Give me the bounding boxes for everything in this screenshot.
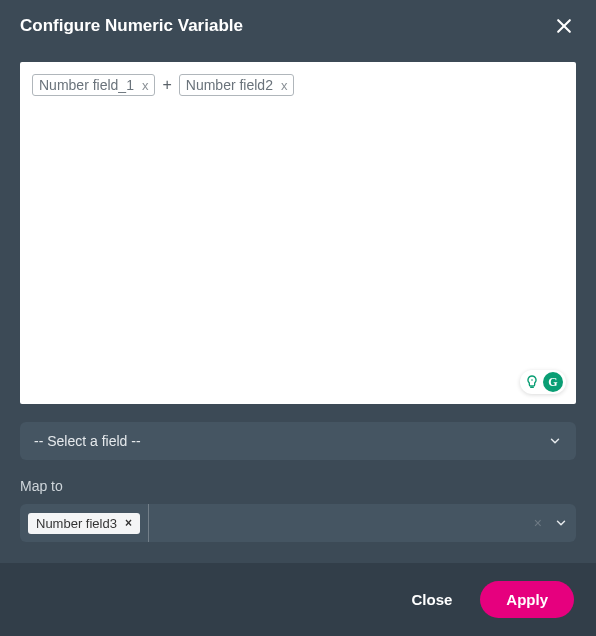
svg-point-2 [531, 379, 533, 381]
map-to-clear-icon[interactable]: × [530, 515, 546, 531]
token-label: Number field2 [186, 77, 273, 93]
modal-footer: Close Apply [0, 563, 596, 636]
field-select[interactable]: -- Select a field -- [20, 422, 576, 460]
map-to-label: Map to [20, 478, 576, 494]
modal-header: Configure Numeric Variable [0, 0, 596, 52]
bulb-icon [523, 373, 541, 391]
token-label: Number field_1 [39, 77, 134, 93]
modal-title: Configure Numeric Variable [20, 16, 243, 36]
close-button[interactable]: Close [401, 583, 462, 616]
chip-remove-icon[interactable]: × [125, 516, 132, 530]
apply-button[interactable]: Apply [480, 581, 574, 618]
configure-numeric-variable-modal: Configure Numeric Variable Number field_… [0, 0, 596, 636]
map-to-input[interactable] [148, 504, 522, 542]
token-remove-icon[interactable]: x [281, 79, 288, 92]
expression-tokens: Number field_1 x + Number field2 x [32, 74, 564, 96]
expression-token[interactable]: Number field2 x [179, 74, 295, 96]
chevron-down-icon [548, 434, 562, 448]
expression-operator: + [161, 76, 172, 94]
chip-label: Number field3 [36, 516, 117, 531]
modal-body: Number field_1 x + Number field2 x [0, 52, 596, 563]
expression-token[interactable]: Number field_1 x [32, 74, 155, 96]
expression-editor[interactable]: Number field_1 x + Number field2 x [20, 62, 576, 404]
field-select-placeholder: -- Select a field -- [34, 433, 141, 449]
map-to-field[interactable]: Number field3 × × [20, 504, 576, 542]
close-icon[interactable] [552, 14, 576, 38]
grammarly-widget[interactable]: G [520, 370, 566, 394]
chevron-down-icon[interactable] [554, 516, 568, 530]
map-to-chip[interactable]: Number field3 × [28, 513, 140, 534]
grammarly-icon: G [543, 372, 563, 392]
token-remove-icon[interactable]: x [142, 79, 149, 92]
